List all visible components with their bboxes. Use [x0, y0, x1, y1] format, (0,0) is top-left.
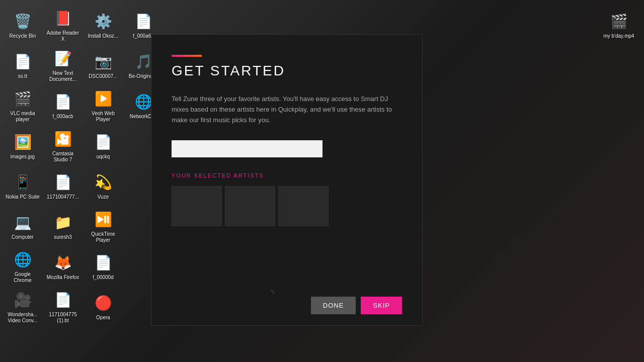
artist-slots-container — [172, 186, 402, 226]
doc1-icon: 📄 — [53, 172, 73, 192]
opera-icon: 🔴 — [93, 293, 113, 313]
be-original-icon: 🎵 — [133, 51, 153, 71]
artist-slot-2[interactable] — [225, 186, 275, 226]
icon-nokia[interactable]: 📱 Nokia PC Suite — [3, 166, 43, 206]
desktop-icons-area: 🗑️ Recycle Bin 📄 ss.tt 🎬 VLC media playe… — [0, 0, 111, 362]
adobe-icon: 📕 — [53, 8, 73, 28]
icon-label: Adobe Reader X — [45, 30, 80, 42]
icon-veoh[interactable]: ▶️ Veoh Web Player — [83, 85, 123, 126]
icon-label: Opera — [96, 315, 110, 321]
icon-label: Veoh Web Player — [86, 111, 121, 123]
camtasia-icon: 🎦 — [53, 129, 73, 149]
icon-label: ss.tt — [18, 73, 27, 79]
icon-vuze[interactable]: 💫 Vuze — [83, 166, 123, 206]
icon-label: 1171004777... — [47, 194, 79, 200]
icon-label: Google Chrome — [5, 272, 40, 284]
icon-recycle-bin[interactable]: 🗑️ Recycle Bin — [3, 5, 43, 45]
icon-label: Recycle Bin — [10, 33, 36, 39]
f00000d-icon: 📄 — [93, 252, 113, 273]
icon-opera[interactable]: 🔴 Opera — [83, 287, 123, 327]
quicktime-icon: ⏯️ — [93, 209, 113, 229]
icon-quicktime[interactable]: ⏯️ QuickTime Player — [83, 206, 123, 246]
icon-label: f_00000d — [93, 275, 114, 281]
icon-wondershare[interactable]: 🎥 Wondersha... Video Conv... — [3, 287, 43, 327]
icon-label: 1171004775 (1).bt — [45, 312, 80, 324]
right-icons-area: 🎬 my b'day.mp4 — [599, 5, 639, 45]
dialog-description: Tell Zune three of your favorite artists… — [172, 94, 402, 125]
skip-button[interactable]: SKIP — [361, 297, 402, 314]
icon-dsc00007[interactable]: 📷 DSC00007... — [83, 45, 123, 85]
icon-1171004777[interactable]: 📄 1171004777... — [43, 166, 83, 206]
artist-search-input[interactable] — [172, 140, 323, 157]
icon-label: images.jpg — [11, 154, 35, 160]
text-doc-icon: 📝 — [53, 48, 73, 68]
ss-tt-icon: 📄 — [13, 51, 33, 71]
icon-label: Mozilla Firefox — [47, 275, 79, 281]
vlc-icon: 🎬 — [13, 88, 33, 109]
icon-label: my b'day.mp4 — [603, 33, 634, 39]
icon-label: suresh3 — [54, 234, 72, 240]
zune-get-started-dialog: GET STARTED Tell Zune three of your favo… — [151, 34, 423, 326]
accent-bar — [172, 55, 202, 57]
chrome-icon: 🌐 — [13, 249, 33, 269]
nokia-icon: 📱 — [13, 172, 33, 192]
icon-vlc[interactable]: 🎬 VLC media player — [3, 85, 43, 126]
uqckq-icon: 📄 — [93, 132, 113, 152]
dsc-icon: 📷 — [93, 51, 113, 71]
done-button[interactable]: DONE — [311, 297, 356, 314]
icon-label: VLC media player — [5, 111, 40, 123]
artist-slot-3[interactable] — [278, 186, 329, 226]
icon-label: f_000acb — [52, 114, 73, 120]
icon-label: Computer — [12, 234, 34, 240]
icon-new-text[interactable]: 📝 New Text Document... — [43, 45, 83, 85]
dialog-title: GET STARTED — [172, 63, 402, 79]
icon-images[interactable]: 🖼️ images.jpg — [3, 126, 43, 166]
f000acb-icon: 📄 — [53, 92, 73, 112]
icon-label: Install Okoz... — [88, 33, 119, 39]
computer-icon: 💻 — [13, 212, 33, 232]
icon-label: Nokia PC Suite — [6, 194, 40, 200]
icon-camtasia[interactable]: 🎦 Camtasia Studio 7 — [43, 126, 83, 166]
icon-suresh3[interactable]: 📁 suresh3 — [43, 206, 83, 246]
icon-label: Vuze — [98, 194, 109, 200]
vuze-icon: 💫 — [93, 172, 113, 192]
icon-label: DSC00007... — [89, 73, 117, 79]
icon-install-okoz[interactable]: ⚙️ Install Okoz... — [83, 5, 123, 45]
networkdi-icon: 🌐 — [133, 92, 153, 112]
firefox-icon: 🦊 — [53, 252, 73, 273]
icon-label: New Text Document... — [45, 70, 80, 82]
artist-slot-1[interactable] — [172, 186, 222, 226]
install-icon: ⚙️ — [93, 11, 113, 31]
recycle-bin-icon: 🗑️ — [13, 11, 33, 31]
f000a6a-icon: 📄 — [133, 11, 153, 31]
resize-handle[interactable] — [270, 287, 276, 293]
dialog-footer: DONE SKIP — [172, 287, 402, 314]
icon-1171004775[interactable]: 📄 1171004775 (1).bt — [43, 287, 83, 327]
images-icon: 🖼️ — [13, 132, 33, 152]
icon-label: uqckq — [97, 154, 110, 160]
icon-adobe[interactable]: 📕 Adobe Reader X — [43, 5, 83, 45]
bday-video-icon: 🎬 — [609, 11, 629, 31]
icon-google-chrome[interactable]: 🌐 Google Chrome — [3, 246, 43, 287]
veoh-icon: ▶️ — [93, 88, 113, 109]
icon-firefox[interactable]: 🦊 Mozilla Firefox — [43, 246, 83, 287]
icon-label: Wondersha... Video Conv... — [5, 312, 40, 324]
suresh3-icon: 📁 — [53, 212, 73, 232]
icon-computer[interactable]: 💻 Computer — [3, 206, 43, 246]
icon-label: Camtasia Studio 7 — [45, 151, 80, 163]
icon-f000acb[interactable]: 📄 f_000acb — [43, 85, 83, 126]
icon-f00000d[interactable]: 📄 f_00000d — [83, 246, 123, 287]
icon-uqckq[interactable]: 📄 uqckq — [83, 126, 123, 166]
dialog-content: GET STARTED Tell Zune three of your favo… — [151, 35, 422, 329]
doc2-icon: 📄 — [53, 290, 73, 310]
icon-label: QuickTime Player — [86, 231, 121, 243]
icon-my-bday[interactable]: 🎬 my b'day.mp4 — [599, 5, 639, 45]
icon-ss-tt[interactable]: 📄 ss.tt — [3, 45, 43, 85]
wondershare-icon: 🎥 — [13, 290, 33, 310]
selected-artists-label: YOUR SELECTED ARTISTS — [172, 172, 402, 178]
